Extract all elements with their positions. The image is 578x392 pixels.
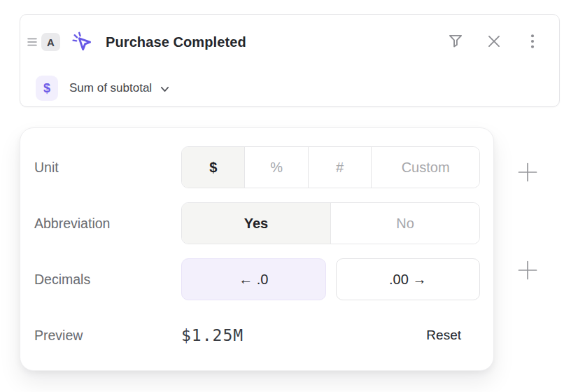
currency-badge: $ bbox=[36, 76, 58, 101]
filter-button[interactable] bbox=[446, 32, 465, 52]
add-metric-button-top[interactable] bbox=[516, 162, 539, 184]
kebab-menu-icon bbox=[523, 32, 542, 52]
click-event-icon bbox=[71, 31, 94, 53]
preview-label: Preview bbox=[34, 328, 181, 344]
drag-handle-icon[interactable] bbox=[26, 35, 38, 49]
chevron-down-icon bbox=[159, 82, 171, 95]
unit-option-custom[interactable]: Custom bbox=[371, 147, 479, 188]
event-card: A Purchase Completed bbox=[20, 14, 560, 107]
unit-row: Unit $ % # Custom bbox=[34, 146, 480, 188]
abbreviation-row: Abbreviation Yes No bbox=[34, 202, 480, 244]
reset-button[interactable]: Reset bbox=[426, 328, 461, 343]
abbreviation-option-no[interactable]: No bbox=[330, 203, 479, 244]
decimals-increase-button[interactable]: .00 → bbox=[336, 258, 481, 300]
add-metric-button-bottom[interactable] bbox=[516, 260, 539, 282]
plus-icon bbox=[517, 260, 538, 283]
unit-segmented-control: $ % # Custom bbox=[181, 146, 480, 188]
unit-label: Unit bbox=[34, 160, 181, 176]
event-letter-badge: A bbox=[41, 33, 60, 51]
metric-label: Sum of subtotal bbox=[69, 81, 152, 95]
close-button[interactable] bbox=[484, 32, 504, 52]
number-format-panel: Unit $ % # Custom Abbreviation Yes No De… bbox=[20, 127, 494, 371]
unit-option-dollar[interactable]: $ bbox=[182, 147, 244, 188]
decimals-label: Decimals bbox=[34, 272, 181, 288]
decimals-decrease-button[interactable]: ← .0 bbox=[181, 258, 326, 300]
more-options-button[interactable] bbox=[523, 32, 542, 52]
unit-option-number[interactable]: # bbox=[308, 147, 371, 188]
abbreviation-option-yes[interactable]: Yes bbox=[182, 203, 330, 244]
event-title[interactable]: Purchase Completed bbox=[106, 34, 246, 50]
plus-icon bbox=[517, 162, 538, 185]
event-card-header: A Purchase Completed bbox=[20, 15, 559, 69]
filter-funnel-icon bbox=[446, 32, 465, 52]
unit-option-percent[interactable]: % bbox=[244, 147, 307, 188]
abbreviation-segmented-control: Yes No bbox=[181, 202, 480, 244]
abbreviation-label: Abbreviation bbox=[34, 216, 181, 232]
metric-selector[interactable]: $ Sum of subtotal bbox=[20, 69, 559, 107]
event-card-actions bbox=[446, 32, 542, 52]
decimals-row: Decimals ← .0 .00 → bbox=[34, 258, 480, 300]
preview-value: $1.25M bbox=[181, 326, 244, 344]
preview-row: Preview $1.25M Reset bbox=[34, 314, 480, 356]
close-icon bbox=[485, 32, 503, 52]
